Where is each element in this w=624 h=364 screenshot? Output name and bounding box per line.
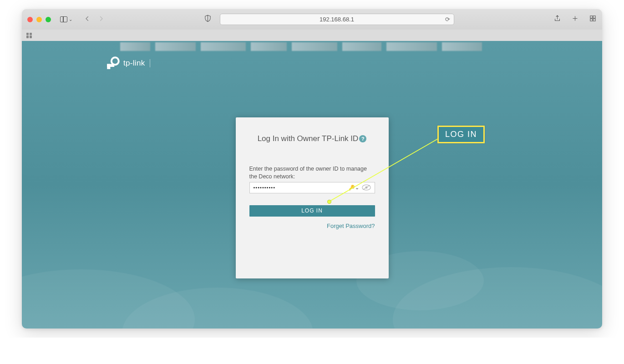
annotation-callout: LOG IN — [437, 126, 485, 143]
tplink-logo-icon — [106, 56, 120, 71]
share-button[interactable] — [553, 15, 561, 24]
window-controls — [27, 17, 51, 22]
logo-separator — [150, 59, 150, 67]
forward-button[interactable] — [98, 15, 104, 24]
privacy-shield-icon[interactable] — [204, 15, 212, 24]
maximize-window-button[interactable] — [46, 17, 51, 22]
password-input[interactable] — [254, 185, 349, 190]
keychain-icon[interactable]: 🔑⌄ — [349, 185, 359, 191]
minimize-window-button[interactable] — [36, 17, 42, 22]
page-content: tp-link Log In with Owner TP-Link ID ? E… — [22, 41, 602, 329]
svg-line-9 — [363, 185, 370, 190]
sidebar-toggle-button[interactable]: ⌄ — [60, 16, 72, 22]
sidebar-icon — [60, 16, 67, 22]
blurred-nav-tabs — [120, 41, 602, 51]
new-tab-button[interactable] — [571, 15, 579, 24]
apps-icon[interactable] — [26, 33, 32, 38]
chevron-down-icon: ⌄ — [69, 17, 72, 22]
svg-rect-3 — [593, 19, 595, 21]
svg-rect-1 — [593, 16, 595, 18]
close-window-button[interactable] — [27, 17, 33, 22]
brand-logo: tp-link — [106, 56, 150, 71]
browser-window: ⌄ 192.168.68.1 ⟳ — [22, 9, 602, 329]
svg-rect-2 — [590, 19, 593, 21]
tab-overview-button[interactable] — [589, 15, 597, 24]
password-field-wrapper: 🔑⌄ — [249, 182, 375, 193]
reload-button[interactable]: ⟳ — [445, 16, 450, 23]
annotation-marker — [327, 200, 331, 204]
login-instruction: Enter the password of the owner ID to ma… — [249, 165, 375, 181]
toggle-visibility-icon[interactable] — [362, 184, 371, 191]
login-button[interactable]: LOG IN — [249, 205, 375, 217]
titlebar: ⌄ 192.168.68.1 ⟳ — [22, 9, 602, 30]
brand-name: tp-link — [123, 59, 145, 68]
back-button[interactable] — [84, 15, 91, 24]
forgot-password-link[interactable]: Forget Password? — [327, 222, 375, 229]
help-icon[interactable]: ? — [359, 135, 366, 142]
svg-rect-6 — [107, 64, 114, 67]
favorites-bar — [22, 30, 602, 41]
svg-point-4 — [112, 57, 119, 65]
url-text: 192.168.68.1 — [320, 16, 354, 23]
login-title: Log In with Owner TP-Link ID ? — [249, 134, 375, 143]
login-card: Log In with Owner TP-Link ID ? Enter the… — [236, 117, 389, 278]
address-bar[interactable]: 192.168.68.1 ⟳ — [220, 14, 454, 25]
svg-rect-0 — [590, 16, 593, 18]
